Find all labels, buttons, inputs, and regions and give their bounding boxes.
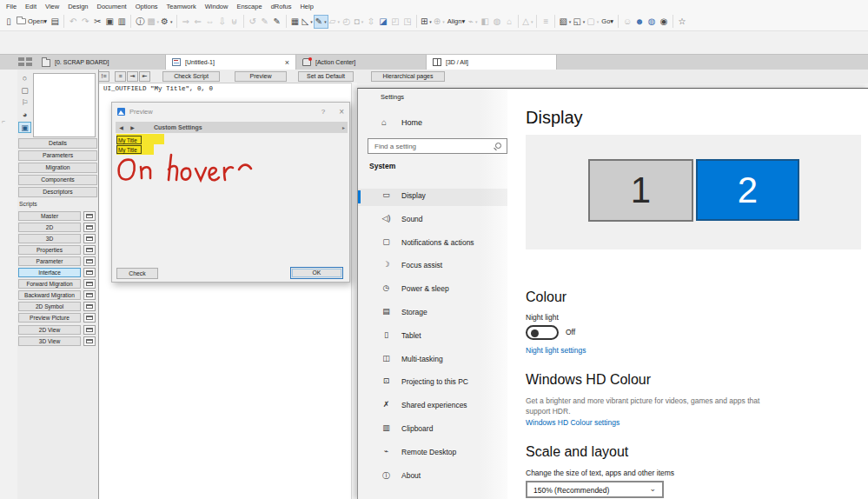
dropdown-arrow-icon[interactable]: ▾ xyxy=(597,15,600,29)
check-button[interactable]: Check xyxy=(116,268,158,279)
script-item-3d-view[interactable]: 3D View xyxy=(18,336,81,346)
person-icon[interactable]: ◍ xyxy=(491,15,503,29)
layers-icon[interactable]: ◪ xyxy=(377,15,389,29)
pen-icon[interactable]: ✎ xyxy=(271,15,283,29)
tab-untitled-1[interactable]: [Untitled-1]× xyxy=(166,55,296,70)
editor-scrollbar[interactable] xyxy=(351,83,357,499)
save-icon[interactable]: ▤ xyxy=(49,15,61,29)
scale-dropdown[interactable]: 150% (Recommended) ⌄ xyxy=(526,481,664,498)
hd-colour-settings-link[interactable]: Windows HD Colour settings xyxy=(526,418,620,427)
menu-options[interactable]: Options xyxy=(131,3,162,10)
sidebar-item-about[interactable]: ⓘAbout xyxy=(358,469,507,486)
link-icon[interactable]: ▩▾ xyxy=(146,15,160,29)
sidebar-item-notifications-actions[interactable]: ▢Notifications & actions xyxy=(358,236,507,253)
triangle-icon[interactable]: △▾ xyxy=(521,15,533,29)
sidebar-item-sound[interactable]: ◁)Sound xyxy=(358,212,507,230)
view-3d-icon[interactable]: ◱▾ xyxy=(572,15,586,29)
script-window-checkbox[interactable] xyxy=(83,256,96,266)
copy-icon[interactable]: ▣ xyxy=(103,15,116,29)
nav-back-icon[interactable]: ◀ xyxy=(116,124,127,130)
dropdown-arrow-icon[interactable]: ▾ xyxy=(324,15,327,29)
tab-close-icon[interactable]: × xyxy=(285,58,289,67)
sidebar-item-home[interactable]: ⌂ Home xyxy=(358,115,507,132)
nav-next-icon[interactable]: ▸ xyxy=(342,124,345,130)
panel-button-components[interactable]: Components xyxy=(18,175,97,185)
stairs-icon[interactable]: ≡ xyxy=(540,15,552,29)
script-window-checkbox[interactable] xyxy=(83,211,96,221)
open-button[interactable]: Open▾ xyxy=(15,17,49,25)
dropdown-arrow-icon[interactable]: ▾ xyxy=(461,17,465,25)
script-window-checkbox[interactable] xyxy=(83,234,96,243)
script-item-2d-symbol[interactable]: 2D Symbol xyxy=(18,302,81,311)
window-fit-icon[interactable]: ◰ xyxy=(389,15,401,29)
render-image-icon[interactable]: ▧▾ xyxy=(558,15,572,29)
dropdown-arrow-icon[interactable]: ▾ xyxy=(170,15,173,29)
script-item-2d-view[interactable]: 2D View xyxy=(18,325,81,335)
dropdown-arrow-icon[interactable]: ▾ xyxy=(475,15,478,29)
dropdown-arrow-icon[interactable]: ▾ xyxy=(442,15,445,29)
quad-view-icon[interactable] xyxy=(18,57,32,67)
script-window-checkbox[interactable] xyxy=(83,268,96,277)
code-line[interactable]: UI_OUTFIELD "My Title", 0, 0 xyxy=(103,85,213,92)
script-window-checkbox[interactable] xyxy=(83,245,96,255)
dropdown-arrow-icon[interactable]: ▾ xyxy=(310,15,313,29)
script-item-2d[interactable]: 2D xyxy=(18,223,81,232)
monitor-1[interactable]: 1 xyxy=(588,159,693,222)
pen-muted-icon[interactable]: ✎ xyxy=(259,15,271,29)
close-icon[interactable]: × xyxy=(339,107,344,116)
measure-icon[interactable]: ▱▾ xyxy=(328,15,341,29)
home-tool-icon[interactable]: ⌂ xyxy=(503,15,515,29)
cut-icon[interactable]: ✂ xyxy=(91,15,103,29)
redo-icon[interactable]: ↷ xyxy=(79,15,91,29)
component-icon[interactable]: ⚙▾ xyxy=(160,15,173,29)
script-window-checkbox[interactable] xyxy=(83,290,96,300)
nav-forward-icon[interactable]: ▶ xyxy=(127,124,138,130)
search-input[interactable]: Find a setting xyxy=(368,138,507,154)
sidebar-item-remote-desktop[interactable]: ⌁Remote Desktop xyxy=(358,445,507,462)
dropdown-arrow-icon[interactable]: ▾ xyxy=(337,15,340,29)
toggle-list-button[interactable]: ≡ xyxy=(115,71,126,82)
draw-tool-icon[interactable]: ✎▾ xyxy=(314,15,328,29)
align-vertical-icon[interactable]: ⇳ xyxy=(365,15,377,29)
sidebar-item-shared-experiences[interactable]: ✗Shared experiences xyxy=(358,398,507,416)
camera-icon[interactable]: ◉ xyxy=(658,15,670,29)
info-icon[interactable]: ⓘ xyxy=(134,15,146,29)
script-item-3d[interactable]: 3D xyxy=(18,234,81,243)
dropdown-arrow-icon[interactable]: ▾ xyxy=(583,15,586,29)
tab-0-scrap-board[interactable]: [0. SCRAP BOARD] xyxy=(36,55,166,70)
hierarchical-pages-button[interactable]: Hierarchical pages xyxy=(371,71,445,82)
script-window-checkbox[interactable] xyxy=(83,336,96,346)
menu-document[interactable]: Document xyxy=(93,3,131,10)
dropdown-arrow-icon[interactable]: ▾ xyxy=(610,17,613,25)
square-icon[interactable]: ▢ xyxy=(18,85,31,96)
sidebar-item-display[interactable]: ▭Display xyxy=(358,189,507,206)
script-item-master[interactable]: Master xyxy=(18,211,81,221)
script-item-backward-migration[interactable]: Backward Migration xyxy=(18,290,81,300)
lock-icon[interactable]: ◘▾ xyxy=(353,15,365,29)
trash-icon[interactable]: ⊎ xyxy=(229,15,241,29)
tab-3d-all[interactable]: [3D / All] xyxy=(427,55,557,70)
clock-icon[interactable]: ◴ xyxy=(341,15,353,29)
sidebar-item-clipboard[interactable]: ▥Clipboard xyxy=(358,422,507,439)
dropdown-arrow-icon[interactable]: ▾ xyxy=(157,15,160,29)
ruler-icon[interactable]: ◺▾ xyxy=(301,15,314,29)
script-window-checkbox[interactable] xyxy=(83,223,96,232)
script-window-checkbox[interactable] xyxy=(83,279,96,289)
night-light-toggle[interactable] xyxy=(526,325,559,340)
indent-button[interactable]: ⇥ xyxy=(127,71,138,82)
menu-file[interactable]: File xyxy=(2,3,21,10)
paste-icon[interactable]: ▥ xyxy=(116,15,128,29)
monitor-2[interactable]: 2 xyxy=(696,159,799,221)
window-free-icon[interactable]: ◳ xyxy=(401,15,414,29)
grid-snap-icon[interactable]: ⊞▾ xyxy=(420,15,433,29)
script-item-interface[interactable]: Interface xyxy=(18,268,81,277)
check-script-button[interactable]: Check Script xyxy=(162,71,220,82)
script-item-parameter[interactable]: Parameter xyxy=(18,256,81,266)
sphere-icon[interactable]: ◕ xyxy=(18,110,31,121)
preview-button[interactable]: Preview xyxy=(235,71,287,82)
favorites-icon[interactable]: ☆ xyxy=(676,15,688,29)
menu-enscape[interactable]: Enscape xyxy=(232,3,266,10)
menu-view[interactable]: View xyxy=(41,3,63,10)
outdent-button[interactable]: ⇤ xyxy=(139,71,150,82)
door-icon[interactable]: ◧ xyxy=(479,15,491,29)
